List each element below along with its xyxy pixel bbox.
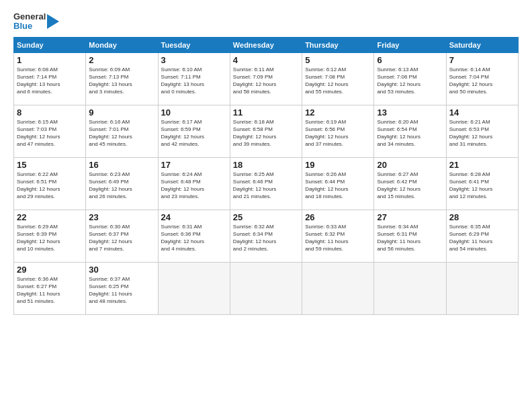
col-header-wednesday: Wednesday bbox=[230, 37, 302, 52]
day-number: 19 bbox=[305, 160, 371, 170]
calendar-day: 29Sunrise: 6:36 AM Sunset: 6:27 PM Dayli… bbox=[14, 262, 86, 314]
day-info: Sunrise: 6:37 AM Sunset: 6:25 PM Dayligh… bbox=[89, 275, 154, 306]
day-info: Sunrise: 6:22 AM Sunset: 6:51 PM Dayligh… bbox=[17, 171, 83, 201]
day-number: 25 bbox=[233, 212, 299, 222]
calendar-day: 10Sunrise: 6:17 AM Sunset: 6:59 PM Dayli… bbox=[158, 105, 230, 157]
day-number: 17 bbox=[161, 160, 227, 170]
day-info: Sunrise: 6:28 AM Sunset: 6:41 PM Dayligh… bbox=[449, 171, 515, 201]
day-info: Sunrise: 6:31 AM Sunset: 6:36 PM Dayligh… bbox=[161, 223, 227, 253]
calendar-day: 6Sunrise: 6:13 AM Sunset: 7:06 PM Daylig… bbox=[374, 52, 446, 105]
calendar-day: 18Sunrise: 6:25 AM Sunset: 6:46 PM Dayli… bbox=[230, 157, 302, 210]
page-header: General Blue bbox=[13, 12, 519, 32]
day-number: 30 bbox=[89, 265, 154, 275]
day-number: 22 bbox=[17, 212, 83, 222]
day-number: 2 bbox=[89, 55, 154, 65]
day-number: 23 bbox=[89, 212, 154, 222]
logo-general: General bbox=[13, 12, 46, 21]
calendar-day: 8Sunrise: 6:15 AM Sunset: 7:03 PM Daylig… bbox=[14, 105, 86, 157]
day-number: 12 bbox=[305, 107, 371, 118]
calendar-day bbox=[230, 262, 302, 314]
calendar-day: 14Sunrise: 6:21 AM Sunset: 6:53 PM Dayli… bbox=[446, 105, 518, 157]
day-info: Sunrise: 6:30 AM Sunset: 6:37 PM Dayligh… bbox=[89, 223, 154, 253]
calendar-day: 20Sunrise: 6:27 AM Sunset: 6:42 PM Dayli… bbox=[374, 157, 446, 210]
day-number: 5 bbox=[305, 55, 371, 65]
day-number: 16 bbox=[89, 160, 154, 170]
calendar-day: 1Sunrise: 6:08 AM Sunset: 7:14 PM Daylig… bbox=[14, 52, 86, 105]
day-number: 7 bbox=[449, 55, 515, 65]
day-number: 8 bbox=[17, 107, 83, 118]
day-info: Sunrise: 6:20 AM Sunset: 6:54 PM Dayligh… bbox=[377, 118, 443, 148]
calendar-day bbox=[446, 262, 518, 314]
day-info: Sunrise: 6:15 AM Sunset: 7:03 PM Dayligh… bbox=[17, 118, 83, 148]
calendar-day: 2Sunrise: 6:09 AM Sunset: 7:13 PM Daylig… bbox=[86, 52, 158, 105]
day-info: Sunrise: 6:29 AM Sunset: 6:39 PM Dayligh… bbox=[17, 223, 83, 253]
day-number: 27 bbox=[377, 212, 443, 222]
day-info: Sunrise: 6:19 AM Sunset: 6:56 PM Dayligh… bbox=[305, 118, 371, 148]
day-info: Sunrise: 6:12 AM Sunset: 7:08 PM Dayligh… bbox=[305, 66, 371, 96]
col-header-tuesday: Tuesday bbox=[158, 37, 230, 52]
calendar-week-row: 15Sunrise: 6:22 AM Sunset: 6:51 PM Dayli… bbox=[14, 157, 519, 210]
col-header-sunday: Sunday bbox=[14, 37, 86, 52]
calendar-week-row: 1Sunrise: 6:08 AM Sunset: 7:14 PM Daylig… bbox=[14, 52, 519, 105]
day-info: Sunrise: 6:08 AM Sunset: 7:14 PM Dayligh… bbox=[17, 66, 83, 96]
calendar-day: 4Sunrise: 6:11 AM Sunset: 7:09 PM Daylig… bbox=[230, 52, 302, 105]
calendar-day: 25Sunrise: 6:32 AM Sunset: 6:34 PM Dayli… bbox=[230, 210, 302, 262]
day-info: Sunrise: 6:13 AM Sunset: 7:06 PM Dayligh… bbox=[377, 66, 443, 96]
day-info: Sunrise: 6:34 AM Sunset: 6:31 PM Dayligh… bbox=[377, 223, 443, 253]
calendar-day bbox=[302, 262, 374, 314]
day-number: 21 bbox=[449, 160, 515, 170]
day-number: 10 bbox=[161, 107, 227, 118]
day-info: Sunrise: 6:32 AM Sunset: 6:34 PM Dayligh… bbox=[233, 223, 299, 253]
day-number: 26 bbox=[305, 212, 371, 222]
calendar-day: 3Sunrise: 6:10 AM Sunset: 7:11 PM Daylig… bbox=[158, 52, 230, 105]
day-info: Sunrise: 6:36 AM Sunset: 6:27 PM Dayligh… bbox=[17, 275, 83, 306]
day-number: 24 bbox=[161, 212, 227, 222]
calendar-day: 7Sunrise: 6:14 AM Sunset: 7:04 PM Daylig… bbox=[446, 52, 518, 105]
logo: General Blue bbox=[13, 12, 59, 32]
logo: General Blue bbox=[13, 12, 59, 32]
day-number: 20 bbox=[377, 160, 443, 170]
calendar-day: 24Sunrise: 6:31 AM Sunset: 6:36 PM Dayli… bbox=[158, 210, 230, 262]
calendar-day: 9Sunrise: 6:16 AM Sunset: 7:01 PM Daylig… bbox=[86, 105, 158, 157]
calendar-day: 30Sunrise: 6:37 AM Sunset: 6:25 PM Dayli… bbox=[86, 262, 158, 314]
calendar-day: 5Sunrise: 6:12 AM Sunset: 7:08 PM Daylig… bbox=[302, 52, 374, 105]
logo-blue: Blue bbox=[13, 21, 32, 31]
day-info: Sunrise: 6:14 AM Sunset: 7:04 PM Dayligh… bbox=[449, 66, 515, 96]
day-number: 6 bbox=[377, 55, 443, 65]
col-header-friday: Friday bbox=[374, 37, 446, 52]
calendar-day: 15Sunrise: 6:22 AM Sunset: 6:51 PM Dayli… bbox=[14, 157, 86, 210]
day-number: 4 bbox=[233, 55, 299, 65]
day-info: Sunrise: 6:11 AM Sunset: 7:09 PM Dayligh… bbox=[233, 66, 299, 96]
day-info: Sunrise: 6:35 AM Sunset: 6:29 PM Dayligh… bbox=[449, 223, 515, 253]
day-number: 29 bbox=[17, 265, 83, 275]
day-info: Sunrise: 6:24 AM Sunset: 6:48 PM Dayligh… bbox=[161, 171, 227, 201]
calendar-week-row: 8Sunrise: 6:15 AM Sunset: 7:03 PM Daylig… bbox=[14, 105, 519, 157]
calendar-day: 23Sunrise: 6:30 AM Sunset: 6:37 PM Dayli… bbox=[86, 210, 158, 262]
day-number: 11 bbox=[233, 107, 299, 118]
col-header-saturday: Saturday bbox=[446, 37, 518, 52]
day-info: Sunrise: 6:18 AM Sunset: 6:58 PM Dayligh… bbox=[233, 118, 299, 148]
calendar-day bbox=[158, 262, 230, 314]
day-number: 14 bbox=[449, 107, 515, 118]
day-number: 18 bbox=[233, 160, 299, 170]
calendar-day: 28Sunrise: 6:35 AM Sunset: 6:29 PM Dayli… bbox=[446, 210, 518, 262]
col-header-monday: Monday bbox=[86, 37, 158, 52]
calendar-day: 12Sunrise: 6:19 AM Sunset: 6:56 PM Dayli… bbox=[302, 105, 374, 157]
day-number: 15 bbox=[17, 160, 83, 170]
day-number: 28 bbox=[449, 212, 515, 222]
calendar-table: SundayMondayTuesdayWednesdayThursdayFrid… bbox=[13, 37, 519, 315]
day-info: Sunrise: 6:17 AM Sunset: 6:59 PM Dayligh… bbox=[161, 118, 227, 148]
calendar-day: 22Sunrise: 6:29 AM Sunset: 6:39 PM Dayli… bbox=[14, 210, 86, 262]
calendar-week-row: 22Sunrise: 6:29 AM Sunset: 6:39 PM Dayli… bbox=[14, 210, 519, 262]
calendar-week-row: 29Sunrise: 6:36 AM Sunset: 6:27 PM Dayli… bbox=[14, 262, 519, 314]
col-header-thursday: Thursday bbox=[302, 37, 374, 52]
day-number: 13 bbox=[377, 107, 443, 118]
day-info: Sunrise: 6:33 AM Sunset: 6:32 PM Dayligh… bbox=[305, 223, 371, 253]
calendar-day: 27Sunrise: 6:34 AM Sunset: 6:31 PM Dayli… bbox=[374, 210, 446, 262]
calendar-day: 16Sunrise: 6:23 AM Sunset: 6:49 PM Dayli… bbox=[86, 157, 158, 210]
calendar-day: 11Sunrise: 6:18 AM Sunset: 6:58 PM Dayli… bbox=[230, 105, 302, 157]
day-info: Sunrise: 6:23 AM Sunset: 6:49 PM Dayligh… bbox=[89, 171, 154, 201]
calendar-header-row: SundayMondayTuesdayWednesdayThursdayFrid… bbox=[14, 37, 519, 52]
day-number: 3 bbox=[161, 55, 227, 65]
logo-arrow-icon bbox=[47, 14, 59, 29]
